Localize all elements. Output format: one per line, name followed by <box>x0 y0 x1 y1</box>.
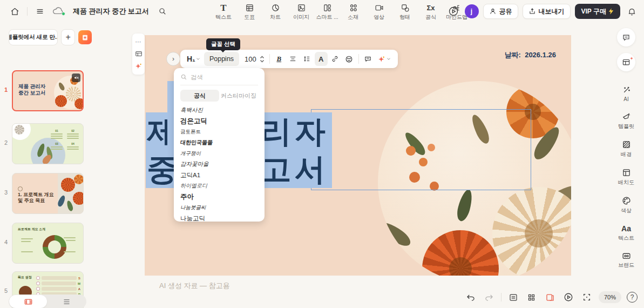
heading-style-button[interactable]: H₁ <box>185 52 203 66</box>
main-menu-button[interactable] <box>33 4 47 18</box>
ai-document-button[interactable] <box>78 30 92 44</box>
font-option[interactable]: 흑백사진 <box>180 105 258 116</box>
font-option[interactable]: 감자꽃마을 <box>180 159 258 170</box>
notes-button[interactable] <box>507 291 520 304</box>
link-button[interactable] <box>329 52 342 66</box>
font-size-stepper[interactable] <box>259 56 267 63</box>
comments-panel-button[interactable] <box>617 28 635 46</box>
share-button[interactable]: 공유 <box>483 4 518 19</box>
tool-smart[interactable]: 스마트 ... <box>316 2 338 21</box>
search-title-button[interactable] <box>155 4 170 18</box>
align-button[interactable] <box>287 52 300 66</box>
play-circle-icon <box>448 6 459 17</box>
search-icon <box>180 73 187 81</box>
notifications-button[interactable] <box>625 4 639 18</box>
help-button[interactable]: ? <box>627 292 638 303</box>
toolbar-collapse-button[interactable]: › <box>166 52 180 66</box>
redo-button[interactable] <box>483 291 496 304</box>
tab-official[interactable]: 공식 <box>180 90 219 102</box>
slide-thumbnail-4[interactable]: 프로젝트 개요 소개 <box>12 223 84 264</box>
sidebar-item-background[interactable]: 배경 <box>621 140 632 158</box>
chevron-down-icon <box>195 56 201 62</box>
ai-assist-button[interactable] <box>135 62 143 71</box>
emoji-button[interactable] <box>343 52 356 66</box>
magic-wand-icon <box>622 85 631 95</box>
play-slideshow-button[interactable] <box>562 291 575 304</box>
export-button[interactable]: 내보내기 <box>523 4 571 19</box>
step-down-icon <box>260 59 265 63</box>
panel-view-toggle <box>9 294 86 308</box>
lightning-icon <box>608 8 614 15</box>
ai-layout-button[interactable] <box>617 53 635 71</box>
selected-textbox[interactable] <box>311 109 531 190</box>
font-option[interactable]: 검은고딕 <box>180 116 258 126</box>
more-options-button[interactable]: ⋯ <box>135 37 142 46</box>
person-icon <box>489 8 497 15</box>
sidebar-item-color[interactable]: 색상 <box>621 196 632 215</box>
grid-view-button[interactable] <box>525 291 538 304</box>
line-spacing-icon <box>303 55 311 63</box>
filmstrip-view-button[interactable] <box>9 295 47 308</box>
undo-button[interactable] <box>464 291 477 304</box>
tab-custom[interactable]: 커스터마이징 <box>219 90 258 102</box>
font-option[interactable]: 나눔붓글씨 <box>180 202 258 213</box>
text-color-button[interactable]: A <box>315 52 328 66</box>
document-title[interactable]: 제품 관리자 중간 보고서 <box>73 6 149 16</box>
tool-formula[interactable]: Σx 공식 <box>419 2 442 21</box>
tool-text[interactable]: T 텍스트 <box>212 2 235 21</box>
zoom-level[interactable]: 70% <box>599 291 621 303</box>
home-button[interactable] <box>8 4 22 18</box>
vip-purchase-button[interactable]: VIP 구매 <box>575 4 620 19</box>
layout-panel-button[interactable] <box>135 49 143 59</box>
font-search[interactable] <box>180 73 258 85</box>
play-circle-icon <box>564 292 573 302</box>
avatar[interactable]: j <box>465 4 479 18</box>
slide-view-button[interactable] <box>544 291 557 304</box>
present-button[interactable] <box>446 4 460 18</box>
font-search-input[interactable] <box>191 74 250 81</box>
font-family-button[interactable]: Poppins <box>204 52 239 66</box>
font-option[interactable]: 주아 <box>180 191 258 202</box>
bold-button[interactable]: B <box>273 52 286 66</box>
sidebar-item-layout[interactable]: 배치도 <box>618 168 634 186</box>
slide-number: 3 <box>0 173 12 214</box>
tool-shape[interactable]: 형태 <box>394 2 416 21</box>
mute-badge[interactable] <box>72 73 80 82</box>
ai-writer-button[interactable] <box>376 52 394 66</box>
tool-table[interactable]: 도표 <box>238 2 261 21</box>
menu-icon <box>36 7 44 16</box>
sidebar-item-text[interactable]: Aa 텍스트 <box>618 224 634 242</box>
font-size-value[interactable]: 100 <box>240 55 257 63</box>
slide-thumbnail-2[interactable]: 01 02 03 04 <box>12 123 84 164</box>
slide-thumbnail-3[interactable]: 1. 프로젝트 개요 및 주요 목표 <box>12 173 84 214</box>
ai-plus-icon <box>82 34 89 41</box>
redo-icon <box>485 293 493 301</box>
formula-icon: Σx <box>426 3 435 12</box>
brand-kit-icon <box>622 252 631 260</box>
elements-icon <box>349 3 358 12</box>
tool-elements[interactable]: 소재 <box>342 2 364 21</box>
layout-map-icon <box>622 168 631 177</box>
font-option[interactable]: 고딕A1 <box>180 170 258 180</box>
comment-button[interactable] <box>362 52 375 66</box>
new-from-template-button[interactable]: 템플릿에서 새로 만... <box>9 29 58 45</box>
slide-thumbnail-1[interactable]: 제품 관리자 중간 보고서 <box>12 70 84 111</box>
tool-image[interactable]: 이미지 <box>290 2 313 21</box>
tool-chart[interactable]: 차트 <box>264 2 287 21</box>
sidebar-item-templates[interactable]: 템플릿 <box>618 112 634 130</box>
fullscreen-button[interactable] <box>580 291 593 304</box>
line-spacing-button[interactable] <box>301 52 314 66</box>
font-option[interactable]: 개구쟁이 <box>180 148 258 159</box>
font-option[interactable]: 나눔고딕 <box>180 213 258 222</box>
font-option[interactable]: 하이멜로디 <box>180 180 258 191</box>
header-divider <box>27 7 28 16</box>
sidebar-item-brand[interactable]: 브랜드 <box>618 252 634 269</box>
font-option[interactable]: 대한민국쫄쫄 <box>180 137 259 148</box>
font-option[interactable]: 금토폰트 <box>180 126 258 137</box>
sidebar-item-ai[interactable]: AI <box>622 85 631 102</box>
insert-toolbar: T 텍스트 도표 차트 이미지 스마트 ... 소재 <box>212 0 468 23</box>
list-view-button[interactable] <box>47 298 86 305</box>
add-slide-button[interactable]: + <box>61 29 76 45</box>
background-icon <box>622 140 631 149</box>
tool-video[interactable]: 영상 <box>368 2 390 21</box>
